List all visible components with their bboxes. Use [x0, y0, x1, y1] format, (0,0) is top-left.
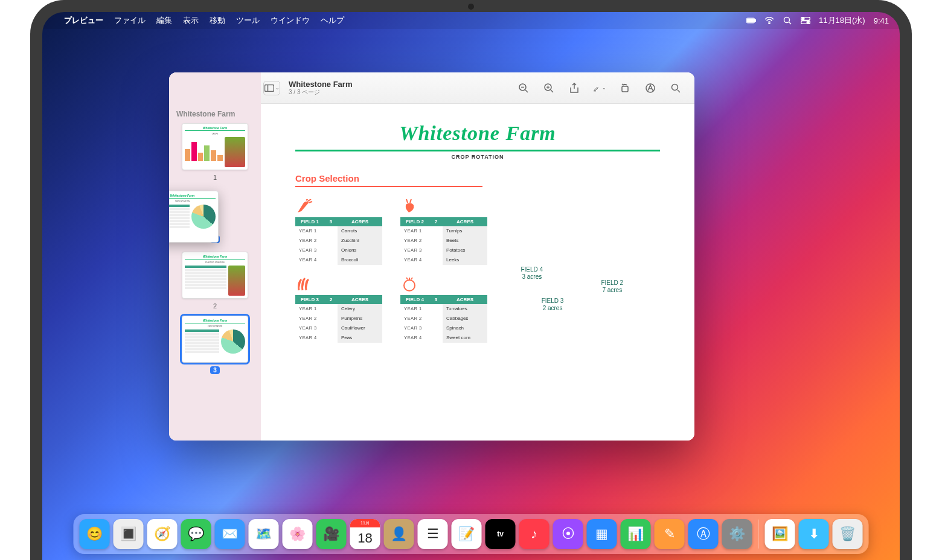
- thumbnail-2[interactable]: Whitestone Farm PLANTING SCHEDULE 2: [182, 252, 248, 310]
- menu-go[interactable]: 移動: [210, 15, 225, 26]
- title-rule: [295, 150, 660, 151]
- battery-icon[interactable]: [746, 16, 756, 25]
- zoom-out-button[interactable]: [517, 81, 530, 95]
- svg-point-4: [784, 18, 790, 23]
- svg-point-7: [802, 18, 804, 20]
- rotate-button[interactable]: [618, 81, 632, 95]
- svg-rect-1: [748, 19, 754, 22]
- svg-rect-9: [264, 84, 274, 91]
- dock-facetime[interactable]: 🎥: [316, 519, 347, 549]
- sidebar-toggle-button[interactable]: ⌄: [263, 81, 280, 95]
- desktop: プレビュー ファイル 編集 表示 移動 ツール ウインドウ ヘルプ 11月18日…: [42, 12, 900, 560]
- dock-appstore[interactable]: Ⓐ: [688, 519, 719, 549]
- dock-mail[interactable]: ✉️: [215, 519, 245, 549]
- document-viewport[interactable]: Whitestone Farm CROP ROTATION Crop Selec…: [261, 72, 694, 441]
- thumb-mini-sub: CROP ROTATION: [185, 325, 245, 328]
- menubar-date[interactable]: 11月18日(水): [819, 15, 865, 26]
- field-table-2: FIELD 27ACRESYEAR 1TurnipsYEAR 2BeetsYEA…: [400, 199, 487, 265]
- dock-calendar[interactable]: 11月 18: [350, 519, 380, 549]
- thumb-mini-sub: CROP ROTATION: [169, 200, 216, 203]
- menu-tools[interactable]: ツール: [236, 15, 260, 26]
- svg-rect-12: [622, 86, 628, 92]
- control-center-icon[interactable]: [801, 16, 810, 25]
- thumbnail-1[interactable]: Whitestone Farm CROPS 1: [182, 123, 248, 181]
- thumbnail-caption: 2: [213, 302, 217, 310]
- zoom-in-button[interactable]: [542, 81, 556, 95]
- dock-trash[interactable]: 🗑️: [833, 519, 863, 549]
- spotlight-icon[interactable]: [783, 16, 792, 25]
- dock-maps[interactable]: 🗺️: [249, 519, 279, 549]
- dock-music[interactable]: ♪: [519, 519, 550, 549]
- thumb-mini-title: Whitestone Farm: [185, 319, 245, 323]
- doc-subtitle: CROP ROTATION: [295, 154, 660, 160]
- section-title: Crop Selection: [295, 173, 660, 183]
- dock-downloads[interactable]: ⬇: [799, 519, 829, 549]
- menubar-time[interactable]: 9:41: [874, 16, 889, 25]
- svg-point-3: [769, 23, 770, 24]
- menu-view[interactable]: 表示: [183, 15, 199, 26]
- tomato-icon: [400, 277, 418, 291]
- dock-finder[interactable]: 😊: [80, 519, 110, 549]
- thumbnail-3[interactable]: Whitestone Farm CROP ROTATION 3: [182, 316, 248, 374]
- dock-contacts[interactable]: 👤: [384, 519, 414, 549]
- preview-window: ⌄ Whitestone Farm 3 / 3 ページ ⌄: [169, 72, 694, 441]
- highlight-button[interactable]: ⌄: [593, 81, 606, 95]
- svg-rect-2: [755, 19, 755, 22]
- field-table-3: FIELD 32ACRESYEAR 1CeleryYEAR 2PumpkinsY…: [295, 277, 382, 343]
- dock-podcasts[interactable]: ⦿: [553, 519, 583, 549]
- app-name[interactable]: プレビュー: [64, 15, 103, 26]
- dock-photos[interactable]: 🌸: [283, 519, 313, 549]
- turnip-icon: [400, 199, 418, 214]
- document-page: Whitestone Farm CROP ROTATION Crop Selec…: [278, 111, 677, 431]
- section-rule: [295, 186, 482, 187]
- dock-numbers[interactable]: 📊: [621, 519, 651, 549]
- svg-point-14: [672, 84, 678, 90]
- menu-file[interactable]: ファイル: [114, 15, 146, 26]
- sidebar-title: Whitestone Farm: [169, 110, 235, 118]
- acreage-pie-chart: FIELD 15 acres FIELD 27 acres FIELD 32 a…: [503, 193, 654, 344]
- menu-help[interactable]: ヘルプ: [321, 15, 344, 26]
- dock-safari[interactable]: 🧭: [147, 519, 178, 549]
- dock: 😊🔳🧭💬✉️🗺️🌸🎥 11月 18👤☰📝tv♪⦿▦📊✎Ⓐ⚙️🖼️⬇🗑️: [74, 514, 869, 554]
- dock-tv[interactable]: tv: [485, 519, 516, 549]
- thumb-mini-title: Whitestone Farm: [185, 126, 245, 131]
- celery-icon: [295, 277, 313, 291]
- field-table-1: FIELD 15ACRESYEAR 1CarrotsYEAR 2Zucchini…: [295, 199, 382, 265]
- thumb-mini-title: Whitestone Farm: [169, 194, 216, 199]
- markup-button[interactable]: [644, 81, 657, 95]
- dock-messages[interactable]: 💬: [181, 519, 211, 549]
- thumbnail-sidebar: Whitestone Farm Whitestone Farm CROPS 1 …: [169, 72, 261, 441]
- thumbnail-caption: 1: [213, 174, 217, 181]
- dock-launchpad[interactable]: 🔳: [114, 519, 144, 549]
- menu-window[interactable]: ウインドウ: [271, 15, 310, 26]
- wifi-icon[interactable]: [764, 16, 774, 25]
- menu-edit[interactable]: 編集: [156, 15, 172, 26]
- window-title: Whitestone Farm: [289, 80, 352, 89]
- dock-pages[interactable]: ✎: [655, 519, 685, 549]
- field-table-4: FIELD 43ACRESYEAR 1TomatoesYEAR 2Cabbage…: [400, 277, 487, 343]
- svg-point-15: [404, 280, 415, 291]
- svg-point-8: [807, 21, 809, 24]
- thumb-mini-title: Whitestone Farm: [185, 255, 245, 259]
- dock-preview[interactable]: 🖼️: [765, 519, 795, 549]
- menubar: プレビュー ファイル 編集 表示 移動 ツール ウインドウ ヘルプ 11月18日…: [42, 12, 900, 29]
- laptop-frame: プレビュー ファイル 編集 表示 移動 ツール ウインドウ ヘルプ 11月18日…: [30, 0, 912, 560]
- share-button[interactable]: [568, 81, 581, 95]
- camera-notch: [468, 4, 474, 10]
- dock-separator: [758, 520, 759, 549]
- doc-title: Whitestone Farm: [295, 122, 660, 145]
- dock-keynote[interactable]: ▦: [587, 519, 617, 549]
- dock-settings[interactable]: ⚙️: [722, 519, 752, 549]
- window-subtitle: 3 / 3 ページ: [289, 89, 352, 96]
- carrot-icon: [295, 199, 313, 214]
- dragging-thumbnail[interactable]: Whitestone Farm CROP ROTATION: [169, 191, 219, 243]
- thumbnail-caption-badge: 3: [210, 366, 220, 374]
- dock-reminders[interactable]: ☰: [418, 519, 448, 549]
- search-button[interactable]: [669, 81, 682, 95]
- dock-notes[interactable]: 📝: [452, 519, 482, 549]
